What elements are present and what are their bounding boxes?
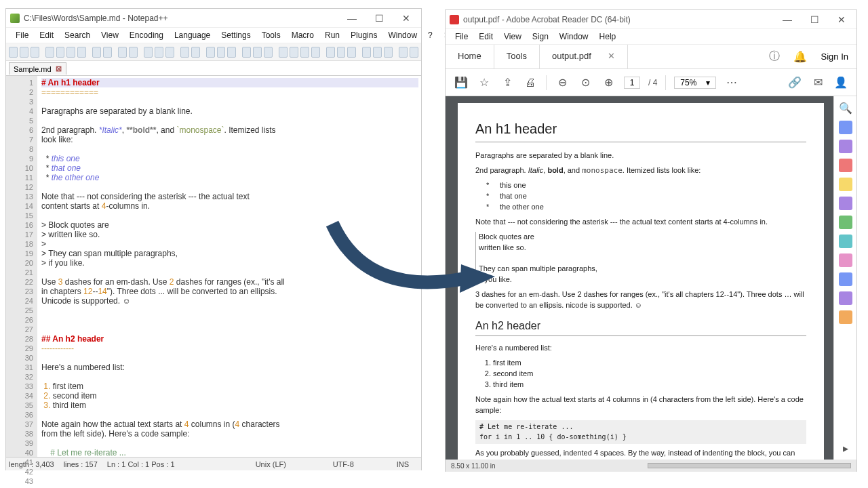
toolbar-button-2[interactable] (31, 47, 39, 58)
page-number-input[interactable] (624, 77, 640, 89)
menu-view[interactable]: View (96, 29, 124, 41)
menu-settings[interactable]: Settings (216, 29, 256, 41)
menu-sign[interactable]: Sign (527, 30, 554, 43)
tab-tools[interactable]: Tools (494, 45, 540, 68)
comment-icon[interactable] (839, 178, 852, 191)
minimize-button[interactable]: — (778, 14, 797, 25)
sign-icon[interactable] (839, 291, 852, 305)
search-icon[interactable]: 🔍 (838, 100, 853, 115)
save-icon[interactable]: 💾 (454, 75, 469, 90)
file-tab-sample[interactable]: Sample.md ⊠ (9, 62, 66, 75)
toolbar-button-9[interactable] (118, 47, 127, 58)
tab-document[interactable]: output.pdf ✕ (540, 45, 627, 68)
sign-in-link[interactable]: Sign In (813, 52, 856, 62)
avatar-icon[interactable]: 👤 (833, 75, 848, 90)
menu-tools[interactable]: Tools (256, 29, 286, 41)
tab-home[interactable]: Home (446, 45, 494, 68)
npp-titlebar[interactable]: C:\Files\Words\Sample.md - Notepad++ — ☐… (6, 9, 421, 28)
toolbar-button-30[interactable] (373, 47, 382, 58)
pdf-page[interactable]: An h1 header Paragraphs are separated by… (458, 103, 824, 460)
code-content[interactable]: # An h1 header============ Paragraphs ar… (37, 76, 421, 457)
toolbar-button-5[interactable] (66, 47, 75, 58)
toolbar-button-27[interactable] (337, 47, 346, 58)
menu-encoding[interactable]: Encoding (124, 29, 169, 41)
menu-search[interactable]: Search (59, 29, 96, 41)
menu-file[interactable]: File (10, 29, 34, 41)
toolbar-button-24[interactable] (300, 47, 309, 58)
help-icon[interactable]: ⓘ (762, 45, 787, 68)
zoom-out-icon[interactable]: ⊖ (555, 75, 570, 90)
maximize-button[interactable]: ☐ (805, 14, 824, 25)
protect-icon[interactable] (839, 272, 852, 286)
menu-edit[interactable]: Edit (473, 30, 498, 43)
star-icon[interactable]: ☆ (477, 75, 492, 90)
link-icon[interactable]: 🔗 (787, 75, 802, 90)
menu-macro[interactable]: Macro (286, 29, 319, 41)
organize-icon[interactable] (839, 216, 852, 229)
toolbar-button-15[interactable] (191, 47, 200, 58)
close-button[interactable]: ✕ (832, 14, 851, 25)
horizontal-scrollbar[interactable] (648, 463, 851, 468)
toolbar-button-23[interactable] (290, 47, 298, 58)
toolbar-button-16[interactable] (206, 47, 215, 58)
toolbar-button-10[interactable] (129, 47, 138, 58)
edit-pdf-icon[interactable] (839, 140, 852, 153)
toolbar-button-6[interactable] (77, 47, 86, 58)
compress-icon[interactable] (839, 235, 852, 248)
toolbar-button-26[interactable] (326, 47, 335, 58)
print-icon[interactable]: 🖨 (523, 75, 538, 90)
toolbar-button-32[interactable] (399, 47, 408, 58)
page-down-icon[interactable]: ⊕ (601, 75, 616, 90)
toolbar-button-33[interactable] (410, 47, 418, 58)
menu-file[interactable]: File (450, 30, 473, 43)
maximize-button[interactable]: ☐ (370, 13, 389, 24)
menu-help[interactable]: Help (594, 30, 622, 43)
mail-icon[interactable]: ✉ (810, 75, 825, 90)
toolbar-button-28[interactable] (347, 47, 356, 58)
combine-icon[interactable] (839, 197, 852, 210)
toolbar-button-31[interactable] (384, 47, 393, 58)
toolbar-button-12[interactable] (155, 47, 163, 58)
file-tab-close-icon[interactable]: ⊠ (56, 64, 62, 73)
more-icon[interactable]: ⋯ (724, 75, 739, 90)
toolbar-button-20[interactable] (253, 47, 262, 58)
toolbar-button-14[interactable] (180, 47, 189, 58)
menu-view[interactable]: View (498, 30, 527, 43)
toolbar-button-18[interactable] (227, 47, 236, 58)
close-button[interactable]: ✕ (397, 13, 416, 24)
menu-window[interactable]: Window (382, 29, 422, 41)
menu-run[interactable]: Run (319, 29, 345, 41)
toolbar-button-22[interactable] (279, 47, 288, 58)
minimize-button[interactable]: — (342, 13, 361, 24)
toolbar-button-8[interactable] (103, 47, 112, 58)
zoom-select[interactable]: 75% ▾ (674, 77, 715, 89)
toolbar-button-3[interactable] (45, 47, 54, 58)
collapse-icon[interactable]: ▸ (838, 441, 853, 455)
bell-icon[interactable]: 🔔 (787, 45, 813, 68)
toolbar-button-1[interactable] (20, 47, 28, 58)
menu-window[interactable]: Window (554, 30, 594, 43)
menu-?[interactable]: ? (422, 29, 438, 41)
npp-code-area[interactable]: 1234567891011121314151617181920212223242… (6, 76, 421, 457)
export-pdf-icon[interactable] (839, 121, 852, 134)
toolbar-button-25[interactable] (311, 47, 320, 58)
toolbar-button-17[interactable] (217, 47, 226, 58)
convert-icon[interactable] (839, 310, 852, 324)
acr-titlebar[interactable]: output.pdf - Adobe Acrobat Reader DC (64… (446, 10, 856, 29)
redact-icon[interactable] (839, 253, 852, 267)
toolbar-button-7[interactable] (92, 47, 101, 58)
page-up-icon[interactable]: ⊙ (578, 75, 593, 90)
toolbar-button-29[interactable] (362, 47, 371, 58)
upload-icon[interactable]: ⇪ (500, 75, 515, 90)
toolbar-button-11[interactable] (144, 47, 153, 58)
tab-document-close-icon[interactable]: ✕ (608, 51, 615, 61)
toolbar-button-19[interactable] (242, 47, 251, 58)
toolbar-button-4[interactable] (56, 47, 65, 58)
menu-language[interactable]: Language (169, 29, 216, 41)
toolbar-button-13[interactable] (165, 47, 174, 58)
toolbar-button-21[interactable] (264, 47, 273, 58)
menu-plugins[interactable]: Plugins (345, 29, 382, 41)
menu-edit[interactable]: Edit (34, 29, 59, 41)
toolbar-button-0[interactable] (9, 47, 18, 58)
create-pdf-icon[interactable] (839, 159, 852, 172)
